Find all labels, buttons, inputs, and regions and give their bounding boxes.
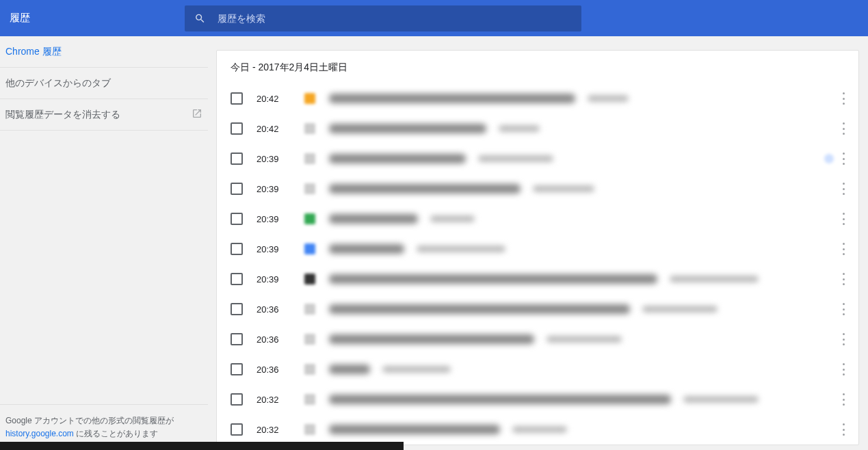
sidebar: Chrome 履歴他のデバイスからのタブ閲覧履歴データを消去する Google …	[0, 36, 208, 450]
row-domain	[642, 306, 718, 313]
sidebar-item[interactable]: 他のデバイスからのタブ	[0, 68, 208, 99]
history-panel: 今日 - 2017年2月4日土曜日 20:4220:4220:3920:3920…	[216, 50, 859, 445]
row-checkbox[interactable]	[231, 333, 243, 345]
external-link-icon	[192, 108, 202, 121]
favicon	[304, 93, 315, 104]
search-box[interactable]	[185, 5, 581, 31]
row-title	[329, 124, 486, 133]
row-title	[329, 184, 521, 194]
row-title	[329, 395, 671, 404]
search-icon	[194, 12, 206, 25]
history-row[interactable]: 20:32	[217, 384, 858, 414]
history-row[interactable]: 20:39	[217, 174, 858, 204]
status-bar	[0, 442, 404, 450]
sidebar-item[interactable]: 閲覧履歴データを消去する	[0, 99, 208, 131]
favicon	[304, 243, 315, 254]
row-actions-button[interactable]	[842, 243, 845, 255]
history-row[interactable]: 20:39	[217, 234, 858, 264]
row-actions-button[interactable]	[842, 423, 845, 436]
page-title: 履歴	[10, 12, 30, 25]
history-google-link[interactable]: history.google.com	[5, 429, 74, 438]
row-actions-button[interactable]	[842, 363, 845, 375]
row-domain	[533, 185, 594, 192]
row-actions-button[interactable]	[842, 393, 845, 406]
history-row[interactable]: 20:36	[217, 294, 858, 324]
row-checkbox[interactable]	[231, 243, 243, 255]
row-title	[329, 94, 575, 103]
row-time: 20:39	[257, 244, 304, 254]
favicon	[304, 304, 315, 315]
history-row[interactable]: 20:39	[217, 264, 858, 294]
row-actions-button[interactable]	[842, 183, 845, 195]
date-heading: 今日 - 2017年2月4日土曜日	[217, 51, 858, 83]
row-title	[329, 214, 418, 224]
main-content: 今日 - 2017年2月4日土曜日 20:4220:4220:3920:3920…	[208, 36, 868, 450]
favicon	[304, 394, 315, 405]
row-domain	[512, 426, 567, 433]
row-domain	[547, 336, 622, 343]
row-time: 20:39	[257, 274, 304, 284]
row-checkbox[interactable]	[231, 303, 243, 315]
row-title	[329, 154, 466, 163]
favicon	[304, 424, 315, 435]
favicon	[304, 183, 315, 194]
sidebar-item[interactable]: Chrome 履歴	[0, 36, 208, 68]
row-domain	[588, 95, 629, 102]
row-time: 20:36	[257, 334, 304, 345]
row-checkbox[interactable]	[231, 153, 243, 165]
row-checkbox[interactable]	[231, 363, 243, 375]
row-title	[329, 274, 657, 284]
history-row[interactable]: 20:39	[217, 144, 858, 174]
history-list: 20:4220:4220:3920:3920:3920:3920:3920:36…	[217, 83, 858, 445]
row-checkbox[interactable]	[231, 423, 243, 436]
favicon	[304, 334, 315, 345]
row-time: 20:32	[257, 425, 304, 435]
row-actions-button[interactable]	[842, 122, 845, 135]
row-time: 20:39	[257, 184, 304, 194]
row-domain	[683, 396, 759, 403]
row-time: 20:32	[257, 395, 304, 405]
row-time: 20:39	[257, 154, 304, 164]
row-checkbox[interactable]	[231, 122, 243, 135]
row-domain	[430, 215, 475, 222]
row-domain	[417, 246, 505, 252]
row-domain	[382, 366, 451, 373]
history-row[interactable]: 20:36	[217, 324, 858, 354]
row-checkbox[interactable]	[231, 213, 243, 225]
row-actions-button[interactable]	[842, 303, 845, 315]
history-row[interactable]: 20:39	[217, 204, 858, 234]
row-actions-button[interactable]	[842, 153, 845, 165]
sidebar-item-label: Chrome 履歴	[5, 46, 62, 58]
favicon	[304, 364, 315, 375]
favicon	[304, 213, 315, 224]
row-time: 20:36	[257, 304, 304, 315]
row-title	[329, 365, 370, 374]
row-checkbox[interactable]	[231, 273, 243, 285]
sidebar-item-label: 閲覧履歴データを消去する	[5, 109, 120, 121]
row-checkbox[interactable]	[231, 393, 243, 406]
header: 履歴	[0, 0, 868, 36]
search-input[interactable]	[218, 13, 571, 24]
row-title	[329, 334, 534, 344]
row-title	[329, 244, 404, 254]
favicon	[304, 274, 315, 284]
row-actions-button[interactable]	[842, 273, 845, 285]
row-checkbox[interactable]	[231, 92, 243, 105]
row-time: 20:39	[257, 214, 304, 224]
row-title	[329, 304, 630, 314]
row-domain	[670, 276, 759, 282]
bookmark-icon	[824, 154, 834, 163]
sidebar-item-label: 他のデバイスからのタブ	[5, 77, 111, 90]
row-checkbox[interactable]	[231, 183, 243, 195]
favicon	[304, 123, 315, 134]
row-actions-button[interactable]	[842, 333, 845, 345]
row-actions-button[interactable]	[842, 92, 845, 105]
row-time: 20:42	[257, 124, 304, 134]
history-row[interactable]: 20:42	[217, 114, 858, 144]
favicon	[304, 153, 315, 164]
history-row[interactable]: 20:32	[217, 414, 858, 445]
row-time: 20:42	[257, 94, 304, 104]
row-actions-button[interactable]	[842, 213, 845, 225]
history-row[interactable]: 20:36	[217, 354, 858, 384]
history-row[interactable]: 20:42	[217, 83, 858, 114]
